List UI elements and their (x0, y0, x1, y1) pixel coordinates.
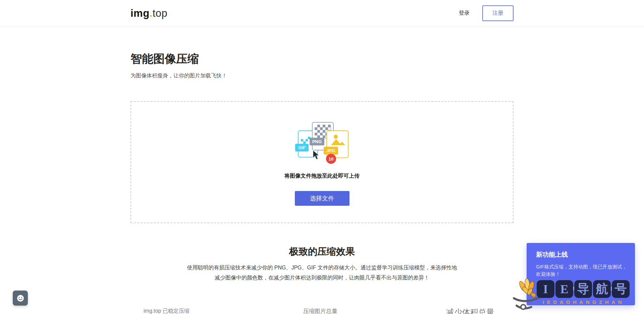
header-actions: 登录 注册 (459, 5, 514, 21)
toast-question-button[interactable]: 有疑问？ (568, 284, 594, 294)
site-logo[interactable]: img.top (130, 7, 167, 19)
file-count-badge: 10 (326, 154, 336, 164)
register-button[interactable]: 注册 (482, 5, 514, 21)
choose-file-button[interactable]: 选择文件 (295, 191, 350, 206)
toast-title: 新功能上线 (536, 250, 568, 259)
features-description: 使用聪明的有损压缩技术来减少你的 PNG、JPG、GIF 文件的存储大小。通过监… (186, 263, 458, 282)
stat-label-size-saved: 减少体积总量 (446, 307, 494, 314)
header-inner: img.top 登录 注册 (130, 0, 514, 26)
header: img.top 登录 注册 (0, 0, 644, 27)
logo-dot: . (150, 7, 153, 19)
feedback-button[interactable] (13, 291, 28, 306)
toast-body: GIF格式压缩，支持动图，现已开放测试，欢迎体验！ (536, 263, 627, 278)
main-content: 智能图像压缩 为图像体积瘦身，让你的图片加载飞快！ (130, 51, 514, 282)
features-title: 极致的压缩效果 (130, 245, 514, 258)
toast-actions: 有疑问？ 知道了 (527, 284, 635, 294)
logo-text-top: top (153, 7, 168, 19)
smiley-icon (16, 294, 25, 303)
stat-label-compressed: img.top 已稳定压缩 (144, 308, 190, 314)
toast-confirm-button[interactable]: 知道了 (600, 284, 622, 294)
jpg-image-icon (330, 134, 346, 148)
drop-hint-text: 将图像文件拖放至此处即可上传 (284, 173, 360, 180)
stat-label-total-images: 压缩图片总量 (303, 307, 337, 314)
gif-badge: GIF (295, 144, 309, 151)
mouse-cursor-icon (312, 150, 321, 161)
features-section: 极致的压缩效果 使用聪明的有损压缩技术来减少你的 PNG、JPG、GIF 文件的… (130, 245, 514, 282)
login-link[interactable]: 登录 (459, 10, 470, 17)
page-subtitle: 为图像体积瘦身，让你的图片加载飞快！ (130, 72, 514, 79)
filetype-illustration: GIF PNG JPG 10 (293, 121, 351, 167)
page-title: 智能图像压缩 (130, 51, 514, 67)
upload-dropzone[interactable]: GIF PNG JPG 10 将图像文件拖放至此处即可上传 选择文件 (130, 101, 514, 223)
png-badge: PNG (310, 138, 324, 145)
jpg-badge: JPG (324, 147, 338, 154)
logo-text-img: img (130, 7, 150, 19)
notification-toast: 新功能上线 GIF格式压缩，支持动图，现已开放测试，欢迎体验！ 有疑问？ 知道了 (527, 243, 635, 305)
